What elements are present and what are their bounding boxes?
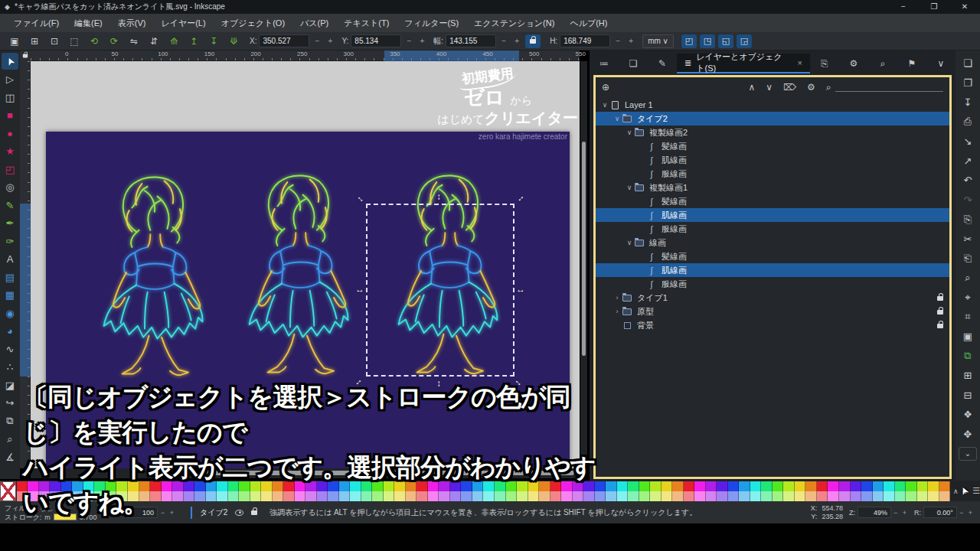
layer-row-髪線画[interactable]: ∫髪線画 xyxy=(596,194,949,208)
scale-option-toggle-0[interactable]: ◰ xyxy=(681,34,697,48)
connector-tool[interactable]: ↪ xyxy=(2,395,18,412)
search-icon[interactable]: ⌕ xyxy=(826,82,831,93)
palette-swatch[interactable] xyxy=(650,481,662,501)
selection-rectangle[interactable]: ↔ ↕ ↕ ↔ ↕ ↕ ↔ ↔ xyxy=(366,204,514,377)
layer-row-肌線画[interactable]: ∫肌線画 xyxy=(596,263,949,277)
palette-swatch[interactable] xyxy=(617,481,629,501)
palette-swatch[interactable] xyxy=(805,481,817,501)
x-plus-button[interactable]: + xyxy=(325,37,335,45)
box3d-tool[interactable]: ◰ xyxy=(2,161,18,178)
no-color-swatch[interactable] xyxy=(0,481,16,501)
palette-swatch[interactable] xyxy=(639,481,651,501)
rotation-input[interactable]: 0.00° xyxy=(923,507,957,518)
tab-close-icon[interactable]: × xyxy=(797,58,802,67)
xml-editor-icon[interactable]: ⎘ xyxy=(810,58,839,69)
pages-tool[interactable]: ⧉ xyxy=(2,412,18,429)
palette-swatch[interactable] xyxy=(750,481,762,501)
palette-swatch[interactable] xyxy=(628,481,639,501)
layer-row-原型[interactable]: ›原型 xyxy=(596,305,949,318)
layer-row-複製線画2[interactable]: ∨複製線画2 xyxy=(596,126,949,139)
palette-swatch[interactable] xyxy=(739,481,750,501)
y-plus-button[interactable]: + xyxy=(416,37,427,45)
text-tool[interactable]: A xyxy=(2,251,18,268)
scale-option-toggle-3[interactable]: ◲ xyxy=(737,34,752,48)
select-all-icon[interactable]: ▣ xyxy=(5,36,24,47)
flip-horizontal-icon[interactable]: ⇋ xyxy=(124,36,144,47)
print-icon[interactable]: ⎙ xyxy=(959,112,977,132)
ungroup-icon[interactable]: ✥ xyxy=(959,425,977,445)
paint-bucket-tool[interactable]: ◕ xyxy=(2,323,18,340)
find-icon[interactable]: ⌕ xyxy=(868,58,897,69)
menu-item-4[interactable]: オブジェクト(O) xyxy=(214,14,292,32)
lower-icon[interactable]: ↧ xyxy=(204,36,224,47)
palette-swatch[interactable] xyxy=(906,481,917,501)
lower-to-bottom-icon[interactable]: ⟱ xyxy=(224,36,243,47)
horizontal-ruler[interactable]: 050100150200250300350400450500550 xyxy=(31,51,580,61)
notification-icon[interactable]: ⚑ xyxy=(897,58,926,69)
menu-item-6[interactable]: テキスト(T) xyxy=(336,14,397,32)
move-up-icon[interactable]: ∧ xyxy=(748,82,755,93)
scale-option-toggle-1[interactable]: ◳ xyxy=(700,34,715,48)
redo-icon[interactable]: ↷ xyxy=(959,191,977,210)
zoom-minus-button[interactable]: − xyxy=(893,509,899,517)
palette-swatch[interactable] xyxy=(773,481,784,501)
palette-swatch[interactable] xyxy=(895,481,906,501)
zoom-spinner[interactable]: Z: 49% − + xyxy=(849,507,908,518)
minimize-button[interactable]: − xyxy=(888,0,919,14)
menu-item-8[interactable]: エクステンション(N) xyxy=(466,14,562,32)
palette-swatch[interactable] xyxy=(717,481,728,501)
node-tool[interactable]: ▷ xyxy=(2,71,18,88)
search-input[interactable] xyxy=(835,83,943,92)
save-icon[interactable]: ↧ xyxy=(959,93,977,112)
palette-swatch[interactable] xyxy=(873,481,884,501)
palette-menu-icon[interactable]: ☰ xyxy=(972,486,980,496)
palette-swatch[interactable] xyxy=(884,481,895,501)
close-button[interactable]: ✕ xyxy=(949,0,980,14)
zoom-input[interactable]: 49% xyxy=(858,507,891,518)
palette-swatch[interactable] xyxy=(662,481,673,501)
star-tool[interactable]: ★ xyxy=(2,143,18,160)
width-plus-button[interactable]: + xyxy=(511,37,522,45)
rectangle-tool[interactable]: ■ xyxy=(2,107,18,124)
scale-option-toggle-2[interactable]: ◱ xyxy=(718,34,733,48)
layer-row-背景[interactable]: 背景 xyxy=(596,318,949,332)
palette-swatch[interactable] xyxy=(728,481,740,501)
dropper-tool[interactable]: ◉ xyxy=(2,305,18,321)
zoom-selection-icon[interactable]: ⌕ xyxy=(959,269,977,289)
export-dialog-icon[interactable]: ✎ xyxy=(648,58,677,69)
expander-icon[interactable]: ∨ xyxy=(612,115,622,122)
lock-icon[interactable] xyxy=(937,321,943,330)
expander-icon[interactable]: › xyxy=(612,308,622,315)
lock-icon[interactable] xyxy=(937,307,943,316)
more-tabs-icon[interactable]: ∨ xyxy=(926,58,956,69)
preferences-icon[interactable]: ⚙ xyxy=(839,58,868,69)
lock-ratio-toggle[interactable] xyxy=(525,34,541,48)
scale-handle-e[interactable]: ↔ xyxy=(516,285,525,293)
x-minus-button[interactable]: − xyxy=(312,37,322,45)
palette-swatch[interactable] xyxy=(817,481,828,501)
x-input[interactable]: 350.527 xyxy=(259,34,309,47)
zoom-plus-button[interactable]: + xyxy=(903,509,908,517)
cut-icon[interactable]: ✂ xyxy=(959,230,977,249)
layer-row-髪線画[interactable]: ∫髪線画 xyxy=(596,249,949,263)
width-minus-button[interactable]: − xyxy=(498,37,509,45)
height-minus-button[interactable]: − xyxy=(612,37,623,45)
palette-swatch[interactable] xyxy=(694,481,706,501)
menu-item-5[interactable]: パス(P) xyxy=(292,14,336,32)
rotation-spinner[interactable]: R: 0.00° − + xyxy=(914,507,974,518)
ellipse-tool[interactable]: ● xyxy=(2,125,18,142)
rotate-cw-icon[interactable]: ⟳ xyxy=(104,36,124,47)
select-all-layers-icon[interactable]: ⊞ xyxy=(24,36,44,47)
layer-row-タイプ2[interactable]: ∨タイプ2 xyxy=(596,112,949,126)
group-icon[interactable]: ❖ xyxy=(959,405,977,425)
zoom-page-icon[interactable]: ⌗ xyxy=(959,308,977,328)
menu-item-7[interactable]: フィルター(S) xyxy=(397,14,466,32)
raise-icon[interactable]: ↥ xyxy=(184,36,204,47)
spiral-tool[interactable]: ◎ xyxy=(2,179,18,196)
layer-row-肌線画[interactable]: ∫肌線画 xyxy=(596,208,949,222)
y-input[interactable]: 85.134 xyxy=(351,34,401,47)
y-minus-button[interactable]: − xyxy=(403,37,414,45)
add-layer-icon[interactable]: ⊕ xyxy=(602,82,609,93)
measure-tool[interactable]: ∡ xyxy=(2,448,18,465)
width-spinner[interactable]: 幅: 143.155 − + xyxy=(433,34,522,47)
